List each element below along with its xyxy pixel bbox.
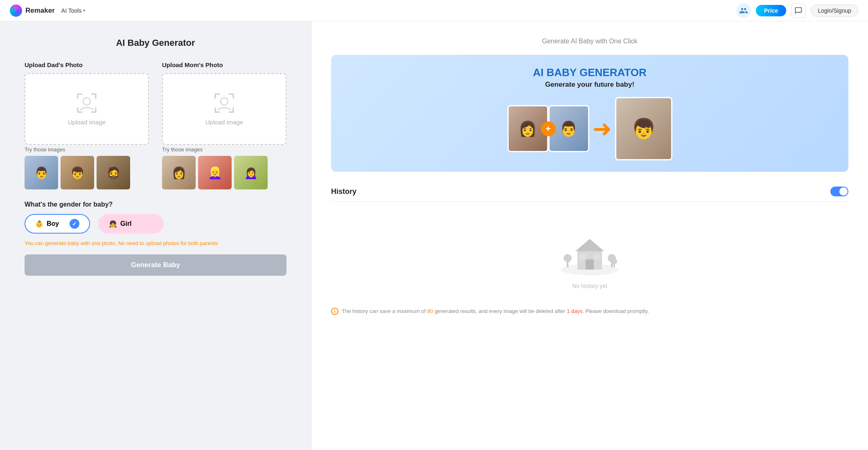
- logo-icon: [10, 4, 22, 17]
- history-footer: i The history can save a maximum of 80 g…: [331, 307, 848, 315]
- svg-rect-6: [579, 254, 586, 260]
- history-title: History: [331, 187, 356, 196]
- chevron-down-icon: ▾: [83, 8, 85, 13]
- mom-face-placeholder-1: 👩: [162, 156, 196, 189]
- banner-baby-photo: 👦: [615, 97, 672, 160]
- right-panel: Generate AI Baby with One Click AI BABY …: [311, 21, 868, 450]
- banner-subtitle: Generate your future baby!: [344, 81, 835, 89]
- boy-emoji: 👶: [35, 220, 43, 228]
- message-icon: [794, 7, 803, 15]
- note-middle: generated results, and every image will …: [433, 308, 567, 314]
- dad-sample-3[interactable]: 🧔: [97, 156, 130, 189]
- girl-btn-left: 👧 Girl: [109, 220, 132, 228]
- dad-sample-1[interactable]: 👨: [25, 156, 58, 189]
- dad-upload-icon: [76, 92, 97, 114]
- mom-upload-icon: [214, 92, 235, 114]
- banner-plus-icon: +: [541, 122, 556, 136]
- dad-upload-label: Upload Dad's Photo: [25, 61, 149, 68]
- login-button[interactable]: Login/Signup: [811, 4, 858, 17]
- boy-button[interactable]: 👶 Boy ✓: [25, 214, 90, 234]
- girl-button[interactable]: 👧 Girl: [98, 214, 164, 234]
- empty-state: No history yet: [331, 208, 848, 297]
- note-max-count: 80: [427, 308, 433, 314]
- boy-btn-left: 👶 Boy: [35, 220, 59, 228]
- mom-sample-images: 👩 👱‍♀️ 🙍‍♀️: [162, 156, 286, 189]
- ai-tools-label: AI Tools: [61, 7, 82, 14]
- ai-tools-menu[interactable]: AI Tools ▾: [58, 6, 89, 16]
- dad-try-label: Try those images: [25, 146, 149, 153]
- empty-svg: [557, 225, 622, 278]
- navbar: Remaker AI Tools ▾ Price Login/Signup: [0, 0, 868, 21]
- svg-point-13: [611, 259, 617, 264]
- banner: AI BABY GENERATOR Generate your future b…: [331, 55, 848, 172]
- upload-section: Upload Dad's Photo: [25, 61, 286, 189]
- banner-arrow-icon: ➜: [593, 117, 612, 140]
- navbar-right: Price Login/Signup: [736, 3, 858, 18]
- mom-upload-label: Upload Mom's Photo: [162, 61, 286, 68]
- boy-check-icon: ✓: [70, 219, 79, 229]
- mom-upload-text: Upload image: [205, 119, 243, 126]
- main-layout: AI Baby Generator Upload Dad's Photo: [0, 21, 868, 450]
- generate-button[interactable]: Generate Baby: [25, 254, 286, 276]
- dad-face-placeholder-3: 🧔: [97, 156, 130, 189]
- toggle-thumb: [839, 187, 848, 196]
- hint-after: , No need to upload photos for both pare…: [115, 240, 218, 246]
- gender-label: What's the gender for baby?: [25, 201, 286, 208]
- people-icon: [739, 6, 748, 15]
- svg-point-9: [564, 254, 572, 262]
- left-panel: AI Baby Generator Upload Dad's Photo: [0, 21, 311, 450]
- banner-title: AI BABY GENERATOR: [344, 66, 835, 79]
- mom-sample-3[interactable]: 🙍‍♀️: [234, 156, 268, 189]
- mom-upload-col: Upload Mom's Photo Upload image: [162, 61, 286, 189]
- right-subtitle: Generate AI Baby with One Click: [331, 38, 848, 45]
- navbar-left: Remaker AI Tools ▾: [10, 4, 88, 17]
- history-toggle[interactable]: [830, 187, 848, 196]
- svg-marker-4: [575, 239, 604, 251]
- mom-face-placeholder-3: 🙍‍♀️: [234, 156, 268, 189]
- svg-point-0: [83, 98, 90, 105]
- brand-name: Remaker: [25, 7, 55, 15]
- empty-text: No history yet: [572, 283, 607, 289]
- dad-sample-2[interactable]: 👦: [61, 156, 94, 189]
- dad-sample-images: 👨 👦 🧔: [25, 156, 149, 189]
- face-frame-icon: [76, 92, 97, 114]
- hint-before: You can generate baby: [25, 240, 81, 246]
- info-icon: i: [331, 308, 338, 315]
- girl-label: Girl: [120, 220, 132, 227]
- note-days: 1 days: [567, 308, 582, 314]
- dad-face-placeholder-2: 👦: [61, 156, 94, 189]
- history-note: The history can save a maximum of 80 gen…: [342, 307, 649, 315]
- note-before: The history can save a maximum of: [342, 308, 427, 314]
- svg-rect-7: [593, 254, 600, 260]
- face-frame-icon-mom: [214, 92, 235, 114]
- hint-text: You can generate baby with one photo, No…: [25, 240, 286, 246]
- banner-images: 👩 + 👨 ➜ 👦: [344, 97, 835, 160]
- mom-sample-2[interactable]: 👱‍♀️: [198, 156, 232, 189]
- dad-face-placeholder-1: 👨: [25, 156, 58, 189]
- community-button[interactable]: [736, 3, 751, 18]
- note-after: . Please download promptly.: [582, 308, 649, 314]
- mom-face-placeholder-2: 👱‍♀️: [198, 156, 232, 189]
- mom-sample-1[interactable]: 👩: [162, 156, 196, 189]
- svg-rect-5: [586, 259, 594, 270]
- hint-link[interactable]: with one photo: [81, 240, 115, 246]
- boy-label: Boy: [47, 220, 59, 227]
- dad-upload-box[interactable]: Upload image: [25, 73, 149, 145]
- girl-emoji: 👧: [109, 220, 117, 228]
- price-button[interactable]: Price: [756, 5, 786, 16]
- mom-upload-box[interactable]: Upload image: [162, 73, 286, 145]
- gender-section: What's the gender for baby? 👶 Boy ✓ 👧 Gi…: [25, 201, 286, 234]
- mom-try-label: Try those images: [162, 146, 286, 153]
- gender-options: 👶 Boy ✓ 👧 Girl: [25, 214, 286, 234]
- history-header: History: [331, 187, 848, 202]
- empty-illustration: [557, 225, 622, 278]
- svg-point-1: [221, 98, 228, 105]
- page-title: AI Baby Generator: [25, 38, 286, 48]
- dad-upload-text: Upload image: [68, 119, 106, 126]
- message-button[interactable]: [791, 3, 806, 18]
- dad-upload-col: Upload Dad's Photo: [25, 61, 149, 189]
